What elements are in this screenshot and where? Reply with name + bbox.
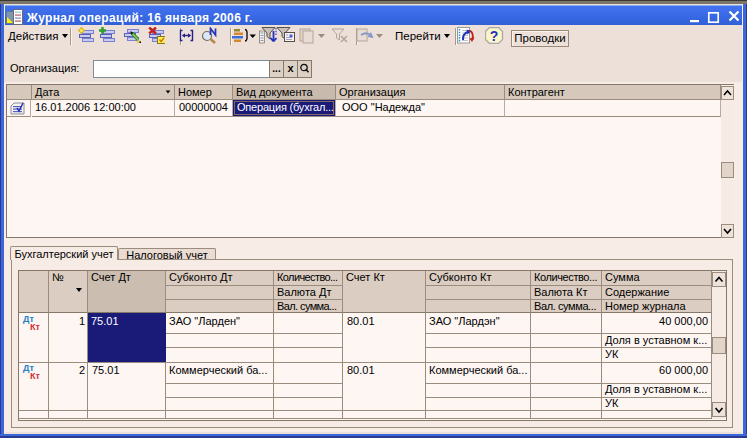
- svg-text:?: ?: [490, 28, 499, 44]
